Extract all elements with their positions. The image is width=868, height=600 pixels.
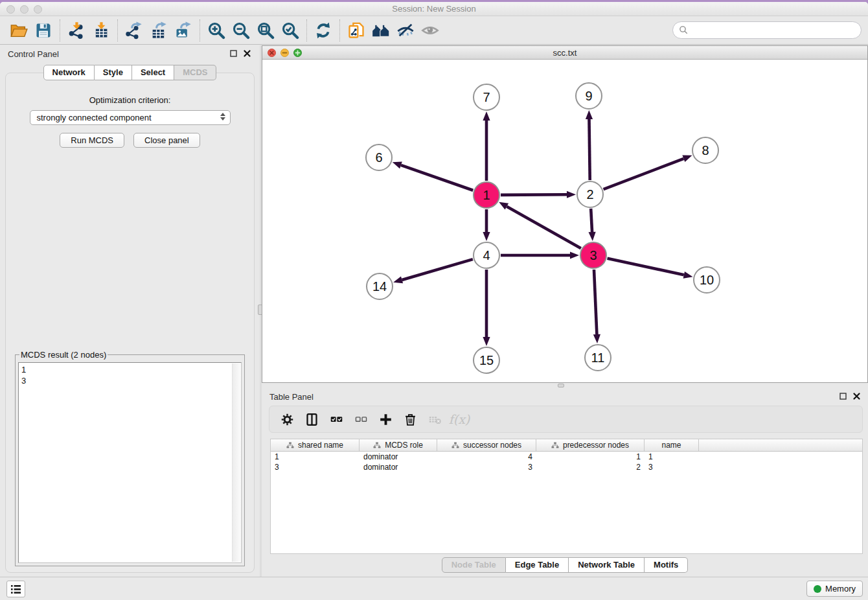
column-header-name[interactable]: name bbox=[645, 439, 699, 451]
refresh-view-button[interactable] bbox=[311, 19, 336, 42]
edge-2-3[interactable] bbox=[591, 209, 592, 232]
graph-node-4[interactable]: 4 bbox=[473, 242, 500, 269]
graph-node-15[interactable]: 15 bbox=[473, 347, 500, 374]
edge-4-14[interactable] bbox=[402, 259, 473, 280]
zoom-fit-button[interactable] bbox=[253, 19, 278, 42]
node-table-header: shared nameMCDS rolesuccessor nodesprede… bbox=[271, 439, 862, 452]
memory-button[interactable]: Memory bbox=[806, 581, 863, 597]
import-network-icon bbox=[67, 21, 86, 40]
zoom-selected-icon bbox=[281, 21, 299, 40]
tab-network[interactable]: Network bbox=[43, 65, 95, 80]
table-cell[interactable]: 2 bbox=[536, 462, 645, 472]
tab-motifs[interactable]: Motifs bbox=[645, 557, 688, 573]
graph-node-7[interactable]: 7 bbox=[473, 84, 500, 111]
table-row-1[interactable]: 1dominator411 bbox=[271, 452, 862, 462]
import-table-button[interactable] bbox=[89, 19, 113, 42]
import-network-button[interactable] bbox=[64, 19, 89, 42]
float-panel-icon[interactable] bbox=[230, 50, 237, 57]
mcds-result-text[interactable]: 13 bbox=[18, 362, 242, 563]
tab-select[interactable]: Select bbox=[132, 65, 174, 80]
export-network-button[interactable] bbox=[122, 19, 146, 42]
splitter-grip[interactable] bbox=[558, 384, 564, 387]
mcds-result-node: 1 bbox=[21, 364, 238, 375]
column-header-successor-nodes[interactable]: successor nodes bbox=[437, 439, 536, 451]
add-column-button[interactable] bbox=[374, 408, 396, 430]
toolbar-separator bbox=[200, 19, 200, 41]
edge-2-9[interactable] bbox=[589, 119, 589, 180]
network-canvas[interactable]: 7968124314101511 bbox=[262, 60, 867, 382]
zoom-in-button[interactable] bbox=[204, 19, 229, 42]
task-history-button[interactable] bbox=[6, 581, 25, 597]
arrowhead-icon bbox=[683, 271, 693, 279]
graph-node-2[interactable]: 2 bbox=[577, 181, 604, 208]
close-panel-icon[interactable] bbox=[244, 50, 251, 57]
graph-node-10[interactable]: 10 bbox=[693, 266, 720, 294]
network-window-titlebar[interactable]: scc.txt bbox=[262, 46, 867, 60]
export-table-button[interactable] bbox=[146, 19, 171, 42]
table-cell[interactable]: 3 bbox=[271, 462, 360, 472]
table-cell[interactable]: 4 bbox=[437, 452, 536, 462]
tab-node-table[interactable]: Node Table bbox=[442, 557, 506, 573]
tab-network-table[interactable]: Network Table bbox=[569, 557, 645, 573]
optimization-criterion-select[interactable]: strongly connected component bbox=[30, 110, 231, 125]
edge-1-2[interactable] bbox=[501, 194, 567, 195]
table-cell[interactable]: 1 bbox=[645, 452, 699, 462]
columns-button[interactable] bbox=[301, 408, 323, 430]
graph-node-11[interactable]: 11 bbox=[584, 344, 611, 371]
select-all-button[interactable] bbox=[325, 408, 347, 430]
table-row-2[interactable]: 3dominator323 bbox=[271, 462, 862, 472]
houses-button[interactable] bbox=[369, 19, 393, 42]
window-titlebar[interactable]: Session: New Session bbox=[0, 2, 868, 16]
column-label: name bbox=[661, 441, 681, 450]
tab-style[interactable]: Style bbox=[95, 65, 132, 80]
graph-node-8[interactable]: 8 bbox=[692, 137, 719, 164]
column-header-shared-name[interactable]: shared name bbox=[271, 439, 360, 451]
export-image-button[interactable] bbox=[171, 19, 196, 42]
function-button[interactable]: f(x) bbox=[448, 408, 470, 430]
eye-button[interactable] bbox=[418, 19, 442, 42]
search-icon bbox=[679, 25, 689, 35]
graph-node-14[interactable]: 14 bbox=[366, 273, 393, 300]
table-cell[interactable]: dominator bbox=[360, 452, 437, 462]
hierarchy-icon bbox=[451, 441, 459, 449]
float-panel-icon[interactable] bbox=[839, 393, 847, 400]
run-mcds-button[interactable]: Run MCDS bbox=[60, 133, 124, 148]
control-panel-header: Control Panel bbox=[0, 45, 260, 62]
table-cell[interactable]: 1 bbox=[271, 452, 360, 462]
table-cell[interactable]: dominator bbox=[360, 462, 437, 472]
tab-mcds[interactable]: MCDS bbox=[174, 65, 216, 80]
edge-3-10[interactable] bbox=[607, 259, 683, 275]
search-field[interactable] bbox=[672, 21, 862, 39]
column-header-MCDS-role[interactable]: MCDS role bbox=[360, 439, 437, 451]
edge-3-1[interactable] bbox=[507, 207, 580, 249]
table-cell[interactable]: 3 bbox=[437, 462, 536, 472]
deselect-all-button[interactable] bbox=[350, 408, 372, 430]
graph-node-1[interactable]: 1 bbox=[473, 181, 500, 209]
close-panel-button[interactable]: Close panel bbox=[133, 133, 200, 148]
edge-2-8[interactable] bbox=[604, 159, 684, 189]
table-cell[interactable]: 3 bbox=[645, 462, 699, 472]
graph-node-6[interactable]: 6 bbox=[365, 144, 393, 171]
result-scrollbar[interactable] bbox=[232, 363, 240, 562]
gear-button[interactable] bbox=[276, 408, 298, 430]
open-file-button[interactable] bbox=[6, 19, 31, 42]
close-panel-icon[interactable] bbox=[853, 393, 860, 400]
table-cell[interactable]: 1 bbox=[536, 452, 645, 462]
network-window-title: scc.txt bbox=[262, 48, 867, 58]
zoom-out-button[interactable] bbox=[229, 19, 253, 42]
duplicate-network-button[interactable] bbox=[344, 19, 369, 42]
horizontal-splitter[interactable] bbox=[262, 383, 868, 388]
delete-table-button[interactable] bbox=[424, 408, 446, 430]
delete-column-button[interactable] bbox=[399, 408, 421, 430]
tab-edge-table[interactable]: Edge Table bbox=[506, 557, 569, 573]
eye-slash-button[interactable] bbox=[393, 19, 418, 42]
graph-node-9[interactable]: 9 bbox=[575, 82, 602, 110]
zoom-selected-button[interactable] bbox=[278, 19, 303, 42]
search-input[interactable] bbox=[689, 25, 861, 35]
edge-1-6[interactable] bbox=[401, 165, 473, 190]
control-panel-tabs: NetworkStyleSelectMCDS bbox=[0, 65, 260, 80]
edge-3-11[interactable] bbox=[594, 270, 597, 334]
column-header-predecessor-nodes[interactable]: predecessor nodes bbox=[536, 439, 645, 451]
graph-node-3[interactable]: 3 bbox=[580, 242, 607, 269]
save-session-button[interactable] bbox=[31, 19, 56, 42]
